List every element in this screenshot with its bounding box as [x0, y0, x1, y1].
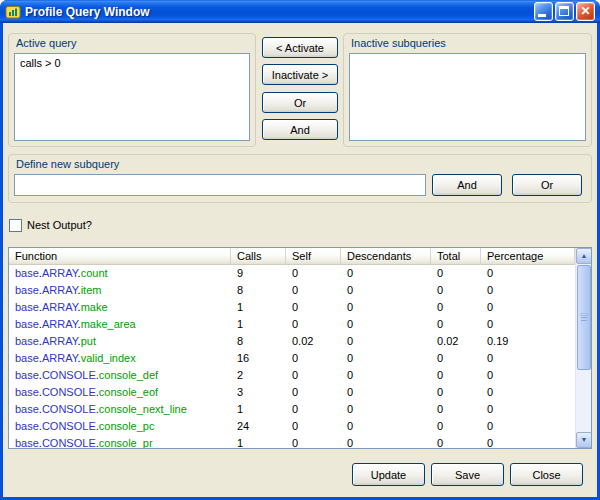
- value-cell: 0: [341, 401, 431, 418]
- table-row[interactable]: base.ARRAY.item80000: [9, 282, 575, 299]
- value-cell: 0: [286, 299, 341, 316]
- value-cell: 0: [341, 265, 431, 282]
- inactive-subqueries-group: Inactive subqueries: [343, 33, 592, 147]
- table-row[interactable]: base.CONSOLE.console_pr10000: [9, 435, 575, 448]
- value-cell: 0: [431, 367, 481, 384]
- profile-query-window: Profile Query Window ✕ Active query call…: [0, 0, 600, 500]
- value-cell: 0: [341, 435, 431, 448]
- table-row[interactable]: base.CONSOLE.console_next_line10000: [9, 401, 575, 418]
- vertical-scrollbar[interactable]: ▲ ▼: [575, 248, 591, 448]
- value-cell: 1: [231, 435, 286, 448]
- value-cell: 0: [481, 282, 575, 299]
- column-header-calls[interactable]: Calls: [231, 248, 286, 265]
- table-row[interactable]: base.ARRAY.make_area10000: [9, 316, 575, 333]
- value-cell: 0: [286, 401, 341, 418]
- maximize-icon: [559, 6, 569, 16]
- close-icon: ✕: [577, 3, 594, 20]
- value-cell: 0: [431, 350, 481, 367]
- value-cell: 0: [286, 367, 341, 384]
- value-cell: 9: [231, 265, 286, 282]
- table-row[interactable]: base.CONSOLE.console_def20000: [9, 367, 575, 384]
- column-header-self[interactable]: Self: [286, 248, 341, 265]
- value-cell: 0: [481, 265, 575, 282]
- column-header-function[interactable]: Function: [9, 248, 231, 265]
- value-cell: 0: [286, 350, 341, 367]
- table-row[interactable]: base.CONSOLE.console_pc240000: [9, 418, 575, 435]
- function-name-cell: base.ARRAY.make_area: [9, 316, 231, 333]
- update-button[interactable]: Update: [352, 463, 425, 486]
- inactive-subqueries-label: Inactive subqueries: [351, 37, 446, 49]
- value-cell: 16: [231, 350, 286, 367]
- nest-output-label: Nest Output?: [27, 219, 92, 231]
- value-cell: 2: [231, 367, 286, 384]
- value-cell: 0: [431, 418, 481, 435]
- nest-output-checkbox[interactable]: [9, 219, 22, 232]
- table-row[interactable]: base.ARRAY.count90000: [9, 265, 575, 282]
- table-row[interactable]: base.CONSOLE.console_eof30000: [9, 384, 575, 401]
- close-window-button[interactable]: Close: [510, 463, 583, 486]
- active-query-group: Active query calls > 0: [8, 33, 256, 147]
- app-icon: [5, 4, 21, 20]
- value-cell: 0: [341, 282, 431, 299]
- subquery-or-button[interactable]: Or: [512, 174, 582, 196]
- function-name-cell: base.ARRAY.valid_index: [9, 350, 231, 367]
- scrollbar-thumb[interactable]: [577, 265, 591, 370]
- function-name-cell: base.CONSOLE.console_next_line: [9, 401, 231, 418]
- or-button[interactable]: Or: [262, 92, 338, 113]
- value-cell: 0: [431, 316, 481, 333]
- function-name-cell: base.CONSOLE.console_def: [9, 367, 231, 384]
- value-cell: 1: [231, 316, 286, 333]
- table-row[interactable]: base.ARRAY.valid_index160000: [9, 350, 575, 367]
- inactive-subqueries-list[interactable]: [349, 53, 586, 141]
- minimize-icon: [538, 14, 546, 17]
- subquery-and-button[interactable]: And: [432, 174, 502, 196]
- subquery-input[interactable]: [14, 174, 426, 196]
- active-query-list[interactable]: calls > 0: [14, 53, 250, 141]
- value-cell: 0: [341, 299, 431, 316]
- value-cell: 0: [341, 384, 431, 401]
- activate-button[interactable]: < Activate: [262, 37, 338, 58]
- value-cell: 0: [481, 299, 575, 316]
- value-cell: 0: [341, 316, 431, 333]
- minimize-button[interactable]: [534, 2, 553, 21]
- function-name-cell: base.CONSOLE.console_pc: [9, 418, 231, 435]
- table-row[interactable]: base.ARRAY.put80.0200.020.19: [9, 333, 575, 350]
- value-cell: 0.02: [431, 333, 481, 350]
- list-item[interactable]: calls > 0: [15, 54, 249, 72]
- column-header-descendants[interactable]: Descendants: [341, 248, 431, 265]
- column-header-percentage[interactable]: Percentage: [481, 248, 575, 265]
- save-button[interactable]: Save: [431, 463, 504, 486]
- value-cell: 0: [481, 435, 575, 448]
- profile-results-table: Function Calls Self Descendants Total Pe…: [8, 247, 592, 449]
- close-button[interactable]: ✕: [576, 2, 595, 21]
- value-cell: 0: [481, 401, 575, 418]
- titlebar[interactable]: Profile Query Window ✕: [0, 0, 600, 23]
- value-cell: 0: [481, 350, 575, 367]
- value-cell: 3: [231, 384, 286, 401]
- table-header: Function Calls Self Descendants Total Pe…: [9, 248, 575, 265]
- function-name-cell: base.ARRAY.count: [9, 265, 231, 282]
- function-name-cell: base.ARRAY.item: [9, 282, 231, 299]
- maximize-button[interactable]: [555, 2, 574, 21]
- scrollbar-up-button[interactable]: ▲: [576, 248, 592, 264]
- value-cell: 24: [231, 418, 286, 435]
- value-cell: 0: [341, 367, 431, 384]
- value-cell: 0.02: [286, 333, 341, 350]
- value-cell: 0: [481, 418, 575, 435]
- value-cell: 0: [431, 401, 481, 418]
- value-cell: 0: [481, 367, 575, 384]
- value-cell: 0: [481, 316, 575, 333]
- function-name-cell: base.CONSOLE.console_eof: [9, 384, 231, 401]
- value-cell: 0: [286, 282, 341, 299]
- value-cell: 0: [286, 418, 341, 435]
- arrow-down-icon: ▼: [581, 436, 588, 443]
- function-name-cell: base.CONSOLE.console_pr: [9, 435, 231, 448]
- scrollbar-down-button[interactable]: ▼: [576, 432, 592, 448]
- value-cell: 0: [431, 299, 481, 316]
- inactivate-button[interactable]: Inactivate >: [262, 64, 338, 85]
- value-cell: 0: [286, 384, 341, 401]
- column-header-total[interactable]: Total: [431, 248, 481, 265]
- table-row[interactable]: base.ARRAY.make10000: [9, 299, 575, 316]
- arrow-up-icon: ▲: [581, 252, 588, 259]
- and-button[interactable]: And: [262, 119, 338, 140]
